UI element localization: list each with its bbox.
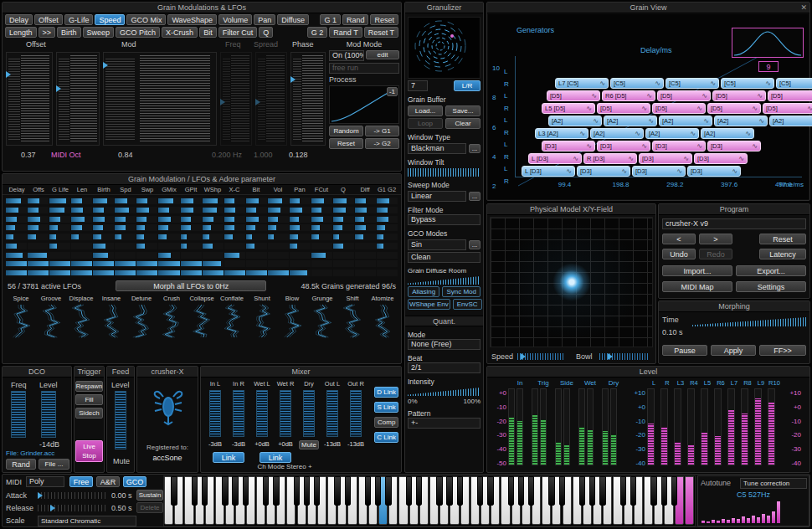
lr-button[interactable]: L/R (454, 80, 481, 91)
speed-slider[interactable] (517, 353, 564, 360)
midi-oct-slider[interactable] (56, 52, 100, 146)
grain-segment[interactable]: [D5]∿ (657, 90, 711, 101)
window-type-value[interactable]: Blackman (408, 143, 466, 154)
adore-spice[interactable]: Spice (7, 295, 35, 342)
lfo-cell[interactable] (333, 234, 354, 240)
piano-black-key[interactable] (436, 476, 442, 506)
lfo-cell[interactable] (246, 260, 267, 267)
piano-black-key[interactable] (518, 476, 524, 506)
piano-black-key[interactable] (589, 476, 595, 506)
lfo-cell[interactable] (181, 270, 202, 276)
gco-mode-more-button[interactable]: ... (469, 240, 481, 249)
lfo-cell[interactable] (355, 234, 376, 240)
phase-slider[interactable] (290, 52, 326, 146)
live-stop-button[interactable]: Live Stop (75, 440, 103, 462)
lfo-cell[interactable] (158, 216, 179, 223)
lfo-cell[interactable] (71, 260, 92, 267)
delete-button[interactable]: Delete (136, 502, 163, 513)
morph-time-slider[interactable] (692, 317, 806, 326)
offset-slider[interactable] (6, 52, 53, 146)
piano-black-key[interactable] (487, 476, 493, 506)
lfo-column-vol[interactable]: Vol (267, 186, 289, 193)
gm-button-gco-mix[interactable]: GCO Mix (126, 14, 166, 25)
lfo-cell[interactable] (355, 207, 376, 213)
latency-button[interactable]: Latency (759, 249, 806, 259)
lfo-column-fcut[interactable]: FCut (311, 186, 332, 193)
lfo-cell[interactable] (181, 198, 202, 204)
lfo-cell[interactable] (49, 270, 70, 276)
pause-button[interactable]: Pause (662, 345, 707, 356)
lfo-column-g-life[interactable]: G Life (49, 186, 71, 193)
gm-button-sweep[interactable]: Sweep (83, 27, 115, 38)
piano-black-key[interactable] (406, 476, 412, 506)
lfo-cell[interactable] (224, 243, 245, 249)
piano-black-key[interactable] (661, 476, 667, 506)
program-name[interactable]: crusher-X v9 (662, 218, 806, 229)
mod-mode-on-value[interactable]: On (100%) (329, 50, 364, 61)
lfo-cell[interactable] (224, 198, 245, 204)
dco-level-slider[interactable] (41, 391, 56, 438)
gm-button-reset[interactable]: Reset (370, 14, 398, 25)
grain-segment[interactable]: [D3]∿ (639, 153, 692, 164)
mixer-slider-out-r[interactable] (350, 390, 362, 437)
lfo-cell[interactable] (136, 270, 157, 276)
xy-field-mesh[interactable] (490, 217, 653, 347)
lfo-cell[interactable] (311, 243, 332, 249)
grain-segment[interactable]: R6 [D5]∿ (602, 90, 655, 101)
clear-button[interactable]: Clear (445, 118, 481, 129)
lfo-cell[interactable] (28, 252, 49, 259)
sync-mod-button[interactable]: Sync Mod (442, 286, 481, 297)
lfo-cell[interactable] (136, 207, 157, 213)
lfo-cell[interactable] (158, 234, 179, 240)
dco-rand-button[interactable]: Rand (6, 459, 36, 470)
respawn-button[interactable]: Respawn (75, 381, 103, 392)
lfo-column-bit[interactable]: Bit (245, 186, 267, 193)
lfo-cell[interactable] (246, 216, 267, 223)
load-button[interactable]: Load... (408, 105, 443, 116)
lfo-cell[interactable] (158, 198, 179, 204)
piano-black-key[interactable] (263, 476, 269, 506)
gm-button-gco-pitch[interactable]: GCO Pitch (116, 27, 160, 38)
lfo-cell[interactable] (355, 252, 376, 259)
lfo-cell[interactable] (181, 243, 202, 249)
gm-button-g-2[interactable]: G 2 (307, 27, 328, 38)
mixer-slider-wet-r[interactable] (280, 390, 291, 437)
grain-segment[interactable]: [C5]∿ (721, 78, 774, 89)
bowl-slider[interactable] (599, 353, 650, 360)
lfo-cell[interactable] (290, 252, 311, 259)
autotune-mode-select[interactable]: Tune correction (740, 478, 807, 489)
lfo-cell[interactable] (377, 252, 398, 259)
lfo-column-swp[interactable]: Swp (136, 186, 158, 193)
grain-segment[interactable]: [C5]∿ (666, 78, 719, 89)
lfo-cell[interactable] (136, 260, 157, 267)
piano-white-key[interactable] (685, 476, 694, 525)
grain-segment[interactable]: [A2]∿ (659, 116, 712, 126)
grain-segment[interactable]: [D5]∿ (768, 90, 812, 101)
piano-black-key[interactable] (477, 476, 483, 506)
lfo-column-wshp[interactable]: WShp (202, 186, 224, 193)
lfo-cell[interactable] (181, 234, 202, 240)
dco-freq-slider[interactable] (11, 391, 26, 438)
lfo-cell[interactable] (71, 207, 92, 213)
lfo-cell[interactable] (71, 270, 92, 276)
grain-segment[interactable]: [D5]∿ (597, 103, 650, 114)
lfo-cell[interactable] (6, 260, 27, 267)
lfo-column-gpit[interactable]: GPit (180, 186, 202, 193)
lfo-cell[interactable] (6, 234, 27, 240)
lfo-cell[interactable] (115, 234, 136, 240)
grain-segment[interactable]: [D3]∿ (694, 153, 748, 164)
window-type-more-button[interactable]: ... (469, 144, 481, 153)
lfo-cell[interactable] (377, 234, 398, 240)
lfo-cell[interactable] (333, 198, 354, 204)
lfo-column-diff[interactable]: Diff (354, 186, 376, 193)
adore-grunge[interactable]: Grunge (308, 295, 337, 342)
random-button[interactable]: Random (329, 126, 363, 136)
gm-button-q[interactable]: Q (259, 27, 273, 38)
lfo-cell[interactable] (333, 270, 354, 276)
settings-button[interactable]: Settings (736, 281, 806, 292)
lfo-column-len[interactable]: Len (71, 186, 93, 193)
grain-diffuse-room-slider[interactable] (408, 276, 481, 285)
piano-black-key[interactable] (508, 476, 514, 506)
piano-black-key[interactable] (385, 476, 391, 506)
grain-segment[interactable]: [C5]∿ (776, 78, 812, 89)
